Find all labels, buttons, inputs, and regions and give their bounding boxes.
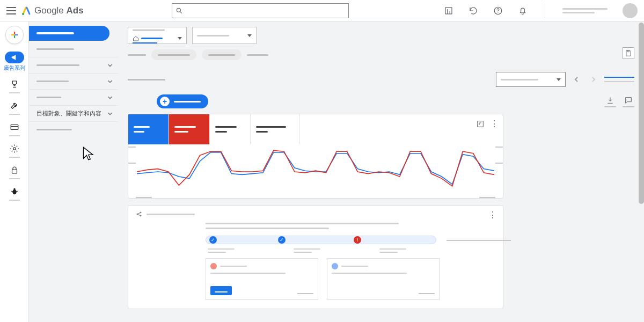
rail-item-security[interactable] xyxy=(9,165,20,179)
rail-item-tools[interactable] xyxy=(9,101,20,115)
save-view-button[interactable] xyxy=(623,47,634,59)
chevron-down-icon xyxy=(107,95,113,100)
more-menu-icon[interactable]: ⋮ xyxy=(488,210,497,220)
svg-point-23 xyxy=(140,212,141,213)
lock-icon xyxy=(10,165,19,175)
svg-rect-12 xyxy=(11,125,18,130)
metric-tab[interactable] xyxy=(169,114,210,144)
reports-icon[interactable] xyxy=(444,6,453,16)
notifications-icon[interactable] xyxy=(518,6,528,16)
performance-chart-card: ⋮ xyxy=(128,114,503,199)
svg-line-19 xyxy=(16,191,18,192)
feedback-icon xyxy=(624,96,633,105)
top-bar: Google Ads xyxy=(0,0,644,21)
chip-label xyxy=(128,54,146,56)
svg-line-2 xyxy=(180,11,182,13)
svg-point-1 xyxy=(177,8,181,12)
chevron-right-icon[interactable] xyxy=(590,76,597,83)
gear-icon xyxy=(10,144,19,153)
progress-step-labels xyxy=(208,248,495,253)
scope-selector-account[interactable] xyxy=(128,27,187,44)
svg-point-24 xyxy=(140,215,141,216)
rec-subtitle xyxy=(206,223,399,224)
chevron-down-icon xyxy=(178,37,182,40)
top-utility-icons xyxy=(444,3,638,18)
sidenav-item[interactable] xyxy=(29,41,118,57)
help-icon[interactable] xyxy=(493,6,503,16)
expand-chart-icon[interactable] xyxy=(476,120,485,128)
menu-icon[interactable] xyxy=(6,7,16,14)
scrollbar[interactable] xyxy=(639,21,644,322)
scrollbar-thumb[interactable] xyxy=(639,23,644,204)
page-header-row xyxy=(128,72,634,87)
scope-selector-view[interactable] xyxy=(192,27,257,44)
plus-multicolor-icon xyxy=(10,30,19,40)
recommendation-tile[interactable] xyxy=(327,258,440,300)
sidenav-item[interactable] xyxy=(29,73,118,89)
progress-step-done: ✓ xyxy=(209,236,217,244)
metric-tab[interactable] xyxy=(210,114,251,144)
more-menu-icon[interactable]: ⋮ xyxy=(490,119,499,129)
view-toggle-active[interactable] xyxy=(604,77,634,78)
svg-point-22 xyxy=(137,214,138,215)
svg-point-17 xyxy=(13,188,16,191)
create-button[interactable] xyxy=(5,26,24,44)
rail-item-debug[interactable] xyxy=(9,187,20,201)
status-dot-icon xyxy=(332,263,338,269)
main-content: + ⋮ ⋮ xyxy=(118,21,644,322)
feedback-button[interactable] xyxy=(623,96,634,107)
download-icon xyxy=(606,96,614,105)
sidenav-item[interactable] xyxy=(29,121,118,137)
setup-progress: ✓ ✓ ! xyxy=(206,236,436,244)
filter-chip[interactable] xyxy=(151,49,196,60)
rail-item-settings[interactable] xyxy=(9,144,20,158)
view-toggle[interactable] xyxy=(604,81,634,82)
rail-item-goals[interactable] xyxy=(9,79,20,93)
search-input[interactable] xyxy=(172,3,349,18)
download-button[interactable] xyxy=(604,96,616,107)
new-button-label xyxy=(174,101,201,103)
bug-icon xyxy=(10,187,19,196)
recommendation-cta[interactable] xyxy=(210,286,232,295)
metric-tab[interactable] xyxy=(251,114,300,144)
chart-area xyxy=(128,144,503,198)
megaphone-icon xyxy=(10,54,19,61)
chip-label xyxy=(247,54,268,56)
filter-chip[interactable] xyxy=(202,49,241,60)
progress-step-done: ✓ xyxy=(278,236,286,244)
sidenav-item-active[interactable] xyxy=(29,26,109,41)
trophy-icon xyxy=(10,79,19,89)
sidenav-item-audiences[interactable]: 目標對象、關鍵字和內容 xyxy=(29,105,118,121)
brand-name: Google xyxy=(34,5,64,16)
product-logo[interactable]: Google Ads xyxy=(21,5,84,16)
chevron-left-icon[interactable] xyxy=(573,76,580,83)
svg-point-7 xyxy=(497,12,498,13)
date-range-selector[interactable] xyxy=(496,72,566,87)
rec-title xyxy=(147,214,195,215)
svg-rect-15 xyxy=(12,170,17,173)
separator xyxy=(545,4,545,18)
rec-subtitle xyxy=(206,228,329,229)
new-campaign-button[interactable]: + xyxy=(157,94,208,108)
recommendation-tile[interactable] xyxy=(206,258,318,300)
avatar[interactable] xyxy=(623,3,638,18)
table-actions: + xyxy=(128,94,634,108)
line-chart xyxy=(137,148,494,196)
chevron-down-icon xyxy=(107,63,113,68)
recommendation-card: ⋮ ✓ ✓ ! xyxy=(128,205,503,309)
metric-tab[interactable] xyxy=(128,114,169,144)
account-switcher[interactable] xyxy=(562,8,608,13)
filter-chips xyxy=(128,49,634,60)
svg-rect-3 xyxy=(445,8,452,14)
refresh-icon[interactable] xyxy=(469,6,478,16)
wrench-icon xyxy=(10,101,19,111)
sidenav-item[interactable] xyxy=(29,89,118,105)
svg-line-18 xyxy=(11,191,13,192)
metric-tabs xyxy=(128,114,503,144)
save-icon xyxy=(625,49,632,57)
rail-item-campaigns[interactable]: 廣告系列 xyxy=(4,52,25,72)
rail-item-billing[interactable] xyxy=(9,122,20,136)
svg-point-16 xyxy=(12,189,17,194)
home-icon xyxy=(133,35,139,42)
sidenav-item[interactable] xyxy=(29,57,118,73)
